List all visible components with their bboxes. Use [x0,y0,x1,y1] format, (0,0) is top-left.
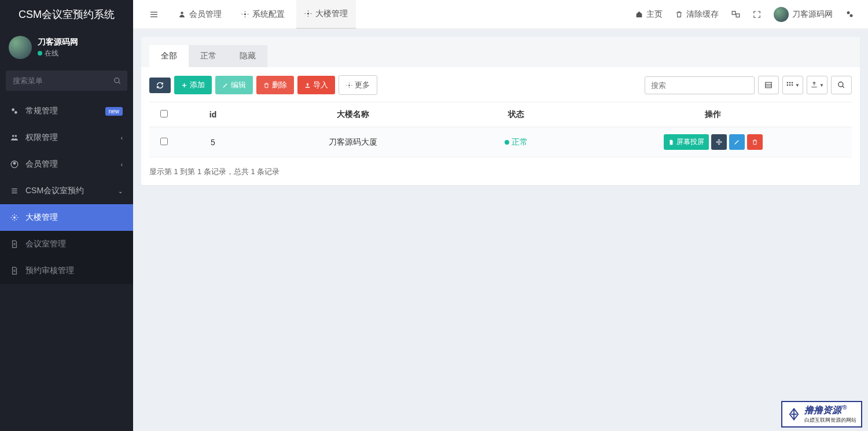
more-button[interactable]: 更多 [339,75,377,95]
user-panel: 刀客源码网 在线 [0,29,133,66]
svg-rect-23 [736,14,740,17]
select-all-checkbox[interactable] [160,110,168,117]
screencast-label: 屏幕投屏 [676,137,704,147]
avatar[interactable] [9,36,32,59]
list-icon [764,81,773,89]
tab-hidden[interactable]: 隐藏 [228,45,267,67]
footer-logo-icon [787,407,801,421]
data-table: id 大楼名称 状态 操作 5 刀客源码大厦 [149,102,852,157]
fullscreen-button[interactable] [747,0,767,29]
submenu-building[interactable]: 大楼管理 [0,204,133,231]
row-checkbox[interactable] [160,138,168,145]
grid-icon [786,81,794,89]
home-button[interactable]: 主页 [630,0,668,29]
home-label: 主页 [646,9,663,20]
move-icon [716,139,722,145]
topbar-tab-label: 会员管理 [189,9,222,20]
footer-sub: 白嫖互联网资源的网站 [804,417,856,424]
app-logo[interactable]: CSM会议室预约系统 [0,0,133,29]
translate-icon [731,10,740,19]
view-list-button[interactable] [758,76,779,94]
users-icon [10,134,20,142]
panel: 全部 正常 隐藏 添加 编辑 [141,37,860,185]
more-label: 更多 [355,80,370,90]
cell-name: 刀客源码大厦 [248,127,458,157]
add-button[interactable]: 添加 [174,76,212,94]
search-icon [837,81,845,89]
chevron-left-icon: ‹ [121,161,123,168]
menu-permission[interactable]: 权限管理 ‹ [0,124,133,151]
svg-point-20 [244,13,246,15]
export-icon [810,81,818,89]
table-search-input[interactable] [645,76,755,94]
registered-icon: ® [843,404,847,411]
tab-all[interactable]: 全部 [149,45,189,67]
badge-new: new [105,107,123,116]
topbar-tab-building[interactable]: 大楼管理 [296,0,356,29]
home-icon [635,10,643,18]
export-button[interactable]: ▼ [807,76,827,94]
status-badge[interactable]: 正常 [505,137,528,148]
footer-main: 撸撸资源 [804,404,841,417]
svg-rect-32 [787,82,788,83]
pencil-icon [734,139,740,145]
topbar: 会员管理 系统配置 大楼管理 主页 清除缓存 [133,0,868,29]
delete-label: 删除 [272,80,287,90]
topbar-tab-member[interactable]: 会员管理 [170,0,230,29]
svg-line-1 [119,82,120,83]
expand-icon [753,10,761,19]
svg-point-5 [15,135,17,137]
refresh-button[interactable] [149,78,171,93]
add-label: 添加 [190,80,205,90]
tab-normal[interactable]: 正常 [189,45,228,67]
filter-tabs: 全部 正常 隐藏 [141,37,860,67]
topbar-user[interactable]: 刀客源码网 [768,0,838,29]
cell-id: 5 [178,127,248,157]
sidebar: CSM会议室预约系统 刀客源码网 在线 常规管理 new [0,0,133,431]
th-id[interactable]: id [178,102,248,127]
hamburger-button[interactable] [141,0,167,29]
svg-point-3 [14,111,17,114]
svg-point-24 [847,12,850,14]
columns-button[interactable]: ▼ [782,76,803,94]
gear-icon [10,213,20,222]
move-button[interactable] [711,134,727,150]
search-icon[interactable] [113,77,122,85]
search-button[interactable] [831,76,852,94]
edit-button[interactable]: 编辑 [215,76,253,94]
pencil-icon [222,82,229,89]
th-status[interactable]: 状态 [458,102,574,127]
clear-cache-button[interactable]: 清除缓存 [670,0,724,29]
toolbar: 添加 编辑 删除 导入 [149,75,852,95]
submenu-room[interactable]: 会议室管理 [0,231,133,257]
svg-rect-35 [787,84,788,86]
row-edit-button[interactable] [729,134,745,150]
svg-rect-22 [732,12,735,15]
delete-button[interactable]: 删除 [256,76,294,94]
row-delete-button[interactable] [747,134,763,150]
svg-point-19 [181,12,183,14]
menu-member[interactable]: 会员管理 ‹ [0,151,133,178]
screencast-button[interactable]: 屏幕投屏 [664,134,709,150]
menu-label: CSM会议室预约 [25,186,84,196]
settings-button[interactable] [840,0,860,29]
svg-rect-37 [792,84,793,86]
menu-csm-booking[interactable]: CSM会议室预约 ⌄ [0,178,133,204]
menu-general[interactable]: 常规管理 new [0,98,133,124]
user-status: 在线 [38,49,78,58]
caret-down-icon: ▼ [795,83,800,88]
th-name[interactable]: 大楼名称 [248,102,458,127]
footer-logo[interactable]: 撸撸资源® 白嫖互联网资源的网站 [781,401,862,428]
file-icon [668,139,674,145]
svg-rect-29 [766,82,772,87]
svg-rect-36 [789,84,790,86]
topbar-tab-label: 大楼管理 [315,9,348,19]
translate-button[interactable] [726,0,746,29]
sidebar-search-input[interactable] [6,71,127,91]
trash-icon [752,139,758,145]
import-button[interactable]: 导入 [297,76,335,94]
submenu-approval[interactable]: 预约审核管理 [0,257,133,284]
svg-point-11 [13,216,16,219]
user-status-text: 在线 [45,49,58,58]
topbar-tab-system[interactable]: 系统配置 [233,0,293,29]
